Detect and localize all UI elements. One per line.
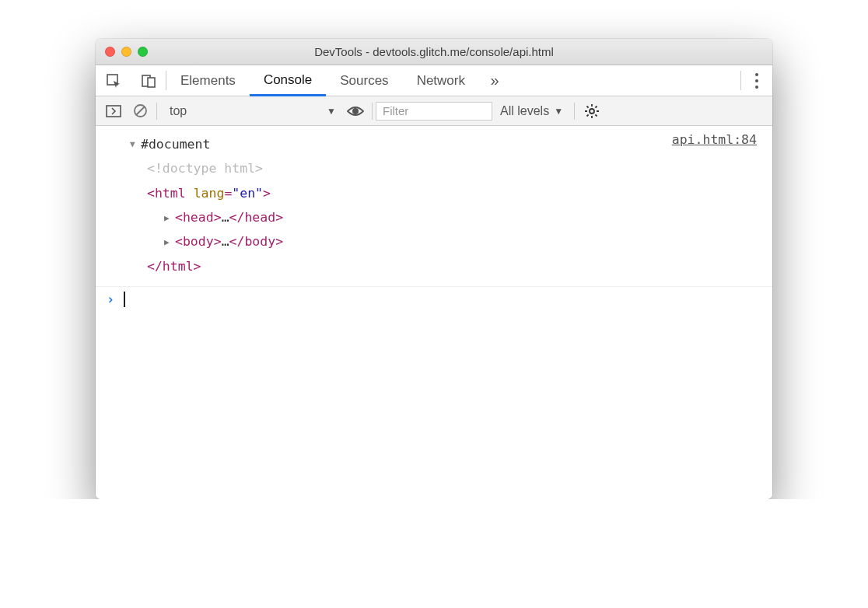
zoom-window-button[interactable] <box>138 47 148 57</box>
devtools-window: DevTools - devtools.glitch.me/console/ap… <box>96 39 772 499</box>
main-tab-bar: Elements Console Sources Network » <box>96 65 772 96</box>
window-traffic-lights <box>105 47 148 57</box>
dom-node-body[interactable]: <body>…</body> <box>130 229 757 253</box>
minimize-window-button[interactable] <box>121 47 131 57</box>
svg-line-13 <box>595 114 597 116</box>
settings-menu-icon[interactable] <box>741 65 772 96</box>
log-level-label: All levels <box>500 104 549 118</box>
titlebar: DevTools - devtools.glitch.me/console/ap… <box>96 39 772 65</box>
tab-network[interactable]: Network <box>403 65 479 96</box>
device-toolbar-icon[interactable] <box>131 65 166 96</box>
svg-rect-3 <box>107 106 121 117</box>
tab-sources[interactable]: Sources <box>326 65 402 96</box>
dom-node-doctype[interactable]: <!doctype html> <box>130 156 757 180</box>
execution-context-selector[interactable]: top ▼ <box>163 103 342 120</box>
divider <box>574 103 575 120</box>
svg-line-15 <box>595 106 597 107</box>
console-prompt[interactable]: › <box>96 287 772 312</box>
close-window-button[interactable] <box>105 47 115 57</box>
dropdown-caret-icon: ▼ <box>327 106 336 117</box>
prompt-caret-icon: › <box>107 292 114 307</box>
disclosure-triangle-open-icon[interactable] <box>130 132 141 156</box>
dom-node-document[interactable]: #document <box>130 132 757 156</box>
more-tabs-icon[interactable]: » <box>479 65 510 96</box>
window-title: DevTools - devtools.glitch.me/console/ap… <box>96 45 772 58</box>
execution-context-label: top <box>170 104 187 118</box>
dom-node-head[interactable]: <head>…</head> <box>130 205 757 229</box>
console-settings-icon[interactable] <box>578 103 606 119</box>
svg-point-7 <box>590 109 594 114</box>
tab-console[interactable]: Console <box>250 65 326 96</box>
live-expression-icon[interactable] <box>342 106 369 117</box>
text-cursor <box>124 292 125 307</box>
disclosure-triangle-closed-icon[interactable] <box>164 205 175 229</box>
dom-node-html-open[interactable]: <html lang="en"> <box>130 181 757 205</box>
filter-input[interactable] <box>376 102 492 121</box>
svg-rect-2 <box>148 78 155 87</box>
tabs: Elements Console Sources Network <box>166 65 479 96</box>
toggle-console-sidebar-icon[interactable] <box>100 105 127 117</box>
tab-elements[interactable]: Elements <box>166 65 250 96</box>
dom-node-html-close[interactable]: </html> <box>130 254 757 278</box>
svg-point-6 <box>352 108 359 114</box>
svg-line-12 <box>587 106 589 107</box>
disclosure-triangle-closed-icon[interactable] <box>164 229 175 253</box>
console-message: api.html:84 #document <!doctype html> <h… <box>96 126 772 287</box>
clear-console-icon[interactable] <box>127 103 153 118</box>
inspect-element-icon[interactable] <box>96 65 131 96</box>
log-level-selector[interactable]: All levels ▼ <box>492 104 571 118</box>
console-toolbar: top ▼ All levels ▼ <box>96 96 772 126</box>
source-link[interactable]: api.html:84 <box>672 132 757 147</box>
svg-line-14 <box>587 114 589 116</box>
divider <box>372 103 373 120</box>
dropdown-caret-icon: ▼ <box>554 106 563 117</box>
divider <box>156 103 157 120</box>
console-output: api.html:84 #document <!doctype html> <h… <box>96 126 772 499</box>
svg-line-5 <box>136 107 144 115</box>
